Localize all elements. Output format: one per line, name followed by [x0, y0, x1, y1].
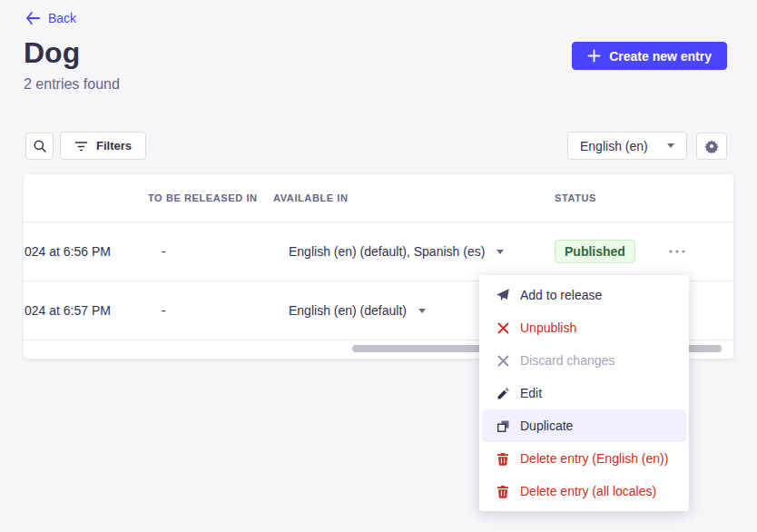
status-badge: Published — [555, 240, 635, 263]
search-button[interactable] — [25, 133, 54, 160]
available-in-value: English (en) (default), Spanish (es) — [289, 244, 485, 259]
row-actions-menu: Add to release Unpublish Discard changes… — [479, 275, 689, 511]
locales-expand-icon[interactable] — [496, 250, 504, 254]
menu-item-delete-entry-all-locales[interactable]: Delete entry (all locales) — [482, 475, 686, 507]
menu-item-label: Discard changes — [520, 353, 614, 368]
menu-item-label: Delete entry (English (en)) — [520, 451, 668, 466]
menu-item-label: Delete entry (all locales) — [520, 484, 656, 498]
menu-item-discard-changes[interactable]: Discard changes — [482, 344, 686, 377]
menu-item-delete-entry-locale[interactable]: Delete entry (English (en)) — [482, 442, 686, 475]
back-arrow-icon — [25, 12, 40, 25]
back-label: Back — [48, 11, 76, 25]
paper-plane-icon — [496, 288, 510, 302]
locale-selector[interactable]: English (en) — [567, 132, 687, 160]
available-in-value: English (en) (default) — [289, 303, 407, 318]
locales-expand-icon[interactable] — [418, 309, 426, 313]
create-new-entry-button[interactable]: Create new entry — [572, 42, 727, 70]
menu-item-label: Add to release — [520, 288, 602, 302]
ellipsis-icon — [669, 250, 685, 253]
cross-icon — [496, 320, 510, 335]
menu-item-unpublish[interactable]: Unpublish — [482, 311, 686, 344]
locale-selector-value: English (en) — [580, 139, 648, 153]
back-link[interactable]: Back — [25, 11, 76, 25]
column-header-to-be-released-in[interactable]: TO BE RELEASED IN — [148, 192, 258, 203]
column-header-status[interactable]: STATUS — [555, 192, 596, 203]
gear-icon — [704, 139, 719, 153]
plus-icon — [587, 49, 601, 63]
page-title: Dog — [24, 36, 80, 70]
available-in-cell: English (en) (default) — [289, 303, 426, 318]
table-row[interactable]: 024 at 6:56 PM - English (en) (default),… — [24, 222, 733, 281]
create-new-entry-label: Create new entry — [609, 49, 712, 64]
trash-icon — [496, 484, 510, 498]
row-actions-button[interactable] — [662, 240, 693, 263]
duplicate-icon — [496, 419, 510, 433]
search-icon — [33, 139, 47, 153]
updated-cell: 024 at 6:57 PM — [25, 303, 111, 318]
menu-item-label: Unpublish — [520, 320, 576, 335]
filter-icon — [74, 141, 88, 151]
menu-item-duplicate[interactable]: Duplicate — [482, 409, 686, 442]
column-header-available-in[interactable]: AVAILABLE IN — [273, 192, 349, 203]
updated-cell: 024 at 6:56 PM — [25, 244, 111, 259]
to-be-released-cell: - — [162, 303, 166, 318]
menu-item-edit[interactable]: Edit — [482, 377, 686, 409]
menu-item-label: Duplicate — [520, 419, 573, 433]
menu-item-add-to-release[interactable]: Add to release — [482, 279, 686, 311]
entries-count: 2 entries found — [24, 76, 120, 93]
cross-icon — [496, 353, 510, 368]
menu-item-label: Edit — [520, 386, 542, 400]
available-in-cell: English (en) (default), Spanish (es) — [289, 244, 504, 259]
chevron-down-icon — [667, 143, 674, 148]
pencil-icon — [496, 386, 510, 400]
settings-button[interactable] — [696, 133, 727, 160]
to-be-released-cell: - — [162, 244, 166, 259]
table-header-row: TO BE RELEASED IN AVAILABLE IN STATUS — [24, 174, 733, 222]
filters-label: Filters — [96, 139, 132, 153]
trash-icon — [496, 451, 510, 466]
content-manager-list-view: Back Dog 2 entries found Create new entr… — [0, 0, 757, 532]
filters-button[interactable]: Filters — [60, 132, 146, 160]
